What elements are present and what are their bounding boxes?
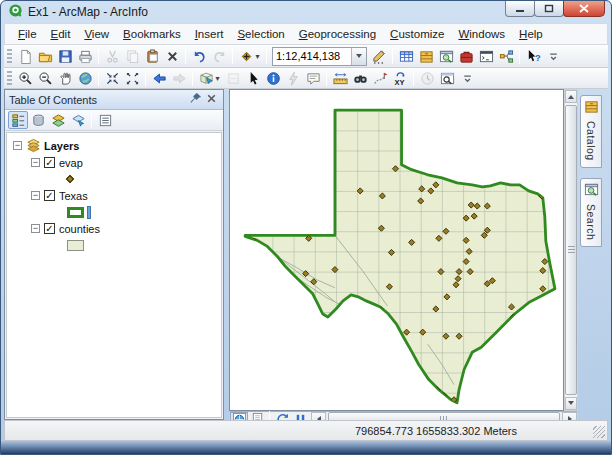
layer-visibility-checkbox[interactable]: ✓ bbox=[44, 223, 55, 234]
menu-selection[interactable]: Selection bbox=[230, 26, 291, 42]
menu-help[interactable]: Help bbox=[512, 26, 550, 42]
menu-geoprocessing[interactable]: Geoprocessing bbox=[292, 26, 383, 42]
editor-toolbar-button[interactable] bbox=[369, 47, 389, 66]
print-icon bbox=[78, 49, 93, 64]
menu-view[interactable]: View bbox=[77, 26, 116, 42]
python-window-button[interactable] bbox=[476, 47, 496, 66]
whats-this-help-button[interactable]: ? bbox=[523, 47, 543, 66]
select-features-button[interactable]: ▾ bbox=[196, 69, 223, 88]
list-by-visibility-button[interactable] bbox=[48, 111, 68, 129]
fill-symbol[interactable] bbox=[67, 240, 84, 251]
fixed-zoom-out-button[interactable] bbox=[122, 69, 142, 88]
identify-button[interactable] bbox=[263, 69, 283, 88]
menu-edit[interactable]: Edit bbox=[44, 26, 78, 42]
list-by-drawing-order-button[interactable] bbox=[8, 111, 28, 129]
editor-pencil-icon bbox=[372, 49, 387, 64]
catalog-window-button[interactable] bbox=[416, 47, 436, 66]
collapse-icon[interactable]: − bbox=[13, 141, 22, 150]
add-data-button[interactable]: ▾ bbox=[236, 47, 263, 66]
vertical-scroll-track[interactable] bbox=[565, 103, 577, 397]
arctoolbox-icon bbox=[459, 49, 474, 64]
zoom-out-button[interactable] bbox=[35, 69, 55, 88]
table-icon bbox=[399, 49, 414, 64]
toolbar-options-button[interactable] bbox=[457, 69, 477, 88]
new-map-file-button[interactable] bbox=[15, 47, 35, 66]
resize-grip[interactable] bbox=[593, 426, 605, 438]
catalog-tab[interactable]: Catalog bbox=[580, 95, 602, 168]
arctoolbox-window-button[interactable] bbox=[456, 47, 476, 66]
vertical-scroll-thumb[interactable] bbox=[565, 105, 577, 395]
layer-label[interactable]: Layers bbox=[44, 140, 79, 152]
scroll-down-button[interactable] bbox=[565, 397, 577, 410]
collapse-icon[interactable]: − bbox=[31, 224, 40, 233]
menu-insert[interactable]: Insert bbox=[188, 26, 231, 42]
go-to-xy-button[interactable]: XY bbox=[390, 69, 410, 88]
fixed-zoom-in-button[interactable] bbox=[102, 69, 122, 88]
map-canvas[interactable] bbox=[229, 89, 564, 411]
toc-close-button[interactable] bbox=[203, 92, 219, 108]
open-button[interactable] bbox=[35, 47, 55, 66]
toc-options-icon bbox=[98, 113, 113, 128]
list-by-selection-button[interactable] bbox=[68, 111, 88, 129]
collapse-icon[interactable]: − bbox=[31, 191, 40, 200]
layer-label[interactable]: Texas bbox=[59, 190, 88, 202]
layer-label[interactable]: counties bbox=[59, 223, 100, 235]
map-scale-input[interactable] bbox=[273, 49, 351, 64]
coordinate-readout: 796854.773 1655833.302 Meters bbox=[355, 425, 517, 437]
find-route-button[interactable] bbox=[370, 69, 390, 88]
find-button[interactable] bbox=[350, 69, 370, 88]
map-scale-dropdown-button[interactable] bbox=[351, 48, 366, 65]
collapse-icon[interactable]: − bbox=[31, 158, 40, 167]
layer-visibility-checkbox[interactable]: ✓ bbox=[44, 157, 55, 168]
menu-bookmarks[interactable]: Bookmarks bbox=[116, 26, 188, 42]
paste-button[interactable] bbox=[142, 47, 162, 66]
table-of-contents-window-button[interactable] bbox=[396, 47, 416, 66]
search-tab[interactable]: Search bbox=[580, 178, 602, 247]
toolbar-options-button[interactable] bbox=[543, 47, 563, 66]
undo-button[interactable] bbox=[189, 47, 209, 66]
modelbuilder-window-button[interactable] bbox=[496, 47, 516, 66]
layer-visibility-checkbox[interactable]: ✓ bbox=[44, 190, 55, 201]
create-viewer-window-button[interactable] bbox=[437, 69, 457, 88]
point-symbol[interactable] bbox=[66, 175, 74, 183]
toc-layer-evap: −✓evap bbox=[7, 154, 221, 171]
save-button[interactable] bbox=[55, 47, 75, 66]
layer-label[interactable]: evap bbox=[59, 157, 83, 169]
menu-windows[interactable]: Windows bbox=[451, 26, 512, 42]
minimize-button[interactable] bbox=[505, 1, 535, 17]
measure-button[interactable] bbox=[330, 69, 350, 88]
html-popup-button[interactable] bbox=[303, 69, 323, 88]
toolbar-grip[interactable] bbox=[7, 49, 12, 64]
list-selection-icon bbox=[71, 113, 86, 128]
fixed-zoom-out-icon bbox=[125, 71, 140, 86]
add-data-icon bbox=[239, 49, 254, 64]
arcmap-window: Ex1 - ArcMap - ArcInfo FileEditViewBookm… bbox=[0, 0, 612, 455]
maximize-button[interactable] bbox=[534, 1, 564, 17]
pan-button[interactable] bbox=[55, 69, 75, 88]
thumb-grip-icon bbox=[568, 246, 575, 254]
print-button[interactable] bbox=[75, 47, 95, 66]
menu-customize[interactable]: Customize bbox=[383, 26, 451, 42]
scroll-up-button[interactable] bbox=[565, 90, 577, 103]
toc-options-button[interactable] bbox=[95, 111, 115, 129]
svg-text:XY: XY bbox=[394, 77, 404, 85]
search-window-button[interactable] bbox=[436, 47, 456, 66]
copy-button bbox=[122, 47, 142, 66]
fixed-zoom-in-icon bbox=[105, 71, 120, 86]
close-button[interactable] bbox=[563, 1, 605, 17]
toolbar-grip[interactable] bbox=[7, 71, 12, 86]
chevron-down-icon: ▾ bbox=[215, 74, 219, 83]
menu-file[interactable]: File bbox=[11, 26, 44, 42]
map-vertical-scrollbar[interactable] bbox=[564, 89, 578, 411]
svg-text:?: ? bbox=[534, 52, 540, 62]
toc-pin-button[interactable] bbox=[187, 92, 203, 108]
outline-symbol[interactable] bbox=[67, 207, 84, 218]
select-elements-button[interactable] bbox=[243, 69, 263, 88]
list-by-source-button[interactable] bbox=[28, 111, 48, 129]
line-symbol[interactable] bbox=[87, 206, 91, 219]
new-document-icon bbox=[18, 49, 33, 64]
delete-button[interactable] bbox=[162, 47, 182, 66]
go-back-to-previous-extent-button[interactable] bbox=[149, 69, 169, 88]
zoom-in-button[interactable] bbox=[15, 69, 35, 88]
full-extent-button[interactable] bbox=[75, 69, 95, 88]
